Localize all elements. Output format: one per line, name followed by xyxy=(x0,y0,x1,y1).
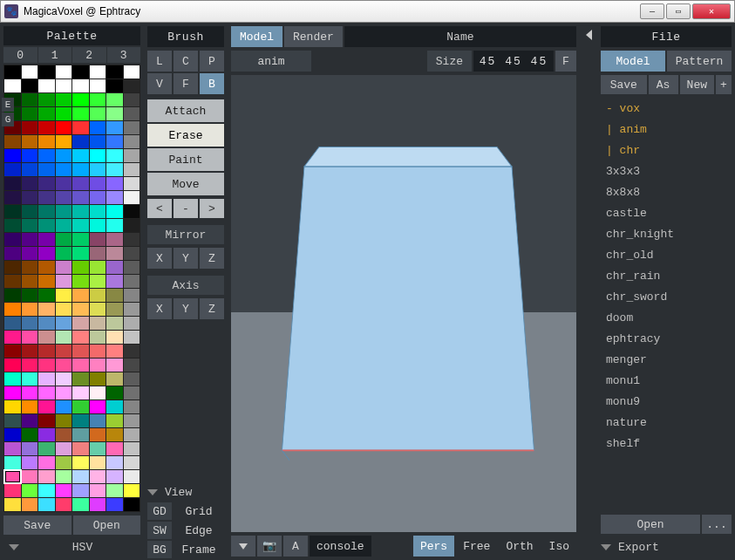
swatch[interactable] xyxy=(90,303,106,316)
file-item[interactable]: menger xyxy=(601,349,732,370)
swatch[interactable] xyxy=(56,65,72,79)
swatch[interactable] xyxy=(72,331,89,344)
brush-L[interactable]: L xyxy=(147,51,172,72)
swatch[interactable] xyxy=(22,345,38,358)
swatch[interactable] xyxy=(22,93,38,106)
close-button[interactable]: ✕ xyxy=(692,3,731,19)
file-item[interactable]: doom xyxy=(601,307,732,328)
file-item[interactable]: | chr xyxy=(601,140,732,160)
swatch[interactable] xyxy=(38,247,55,260)
swatch[interactable] xyxy=(38,414,55,427)
fit-button[interactable]: F xyxy=(555,51,576,72)
view-toggle[interactable]: View xyxy=(147,483,224,501)
swatch[interactable] xyxy=(38,107,55,120)
swatch[interactable] xyxy=(90,135,106,148)
swatch[interactable] xyxy=(72,414,89,427)
tool-attach[interactable]: Attach xyxy=(147,99,224,122)
swatch[interactable] xyxy=(72,79,89,92)
swatch[interactable] xyxy=(4,345,21,358)
swatch[interactable] xyxy=(56,79,72,92)
swatch[interactable] xyxy=(22,303,38,316)
file-item[interactable]: 8x8x8 xyxy=(601,181,732,202)
swatch[interactable] xyxy=(72,93,89,106)
swatch[interactable] xyxy=(72,345,89,358)
swatch[interactable] xyxy=(124,400,140,413)
swatch[interactable] xyxy=(124,261,140,274)
file-item[interactable]: castle xyxy=(601,202,732,223)
file-item[interactable]: ephtracy xyxy=(601,328,732,349)
camera-button[interactable]: 📷 xyxy=(257,536,282,557)
swatch[interactable] xyxy=(38,177,55,190)
swatch[interactable] xyxy=(4,414,21,427)
swatch[interactable] xyxy=(90,177,106,190)
swatch[interactable] xyxy=(90,233,106,246)
swatch[interactable] xyxy=(124,470,140,483)
swatch[interactable] xyxy=(124,289,140,302)
tool-move[interactable]: Move xyxy=(147,173,224,195)
tool-erase[interactable]: Erase xyxy=(147,124,224,147)
swatch[interactable] xyxy=(72,275,89,288)
swatch[interactable] xyxy=(56,331,72,344)
swatch[interactable] xyxy=(38,135,55,148)
swatch[interactable] xyxy=(90,65,106,79)
file-new-button[interactable]: New xyxy=(680,75,714,94)
swatch[interactable] xyxy=(90,331,106,344)
file-item[interactable]: chr_sword xyxy=(601,286,732,307)
swatch[interactable] xyxy=(72,261,89,274)
swatch[interactable] xyxy=(72,135,89,148)
swatch[interactable] xyxy=(22,121,38,134)
swatch[interactable] xyxy=(106,107,123,120)
tab-render[interactable]: Render xyxy=(284,26,343,47)
swatch[interactable] xyxy=(38,484,55,497)
swatch[interactable] xyxy=(90,372,106,386)
swatch[interactable] xyxy=(56,484,72,497)
palette-side-G[interactable]: G xyxy=(2,113,14,126)
swatch[interactable] xyxy=(56,135,72,148)
swatch[interactable] xyxy=(38,317,55,330)
swatch[interactable] xyxy=(22,498,38,511)
file-save-button[interactable]: Save xyxy=(601,75,647,94)
maximize-button[interactable]: ▭ xyxy=(666,3,691,19)
swatch[interactable] xyxy=(72,484,89,497)
swatch[interactable] xyxy=(56,303,72,316)
swatch[interactable] xyxy=(106,428,123,441)
swatch[interactable] xyxy=(106,456,123,469)
palette-save-button[interactable]: Save xyxy=(3,516,71,535)
swatch[interactable] xyxy=(106,414,123,427)
swatch[interactable] xyxy=(22,442,38,455)
swatch[interactable] xyxy=(124,93,140,106)
swatch[interactable] xyxy=(38,331,55,344)
swatch[interactable] xyxy=(4,442,21,455)
swatch[interactable] xyxy=(124,149,140,162)
swatch[interactable] xyxy=(56,149,72,162)
swatch[interactable] xyxy=(124,205,140,218)
swatch[interactable] xyxy=(124,233,140,246)
swatch[interactable] xyxy=(4,191,21,204)
swatch[interactable] xyxy=(22,107,38,120)
swatch[interactable] xyxy=(106,93,123,106)
file-item[interactable]: - vox xyxy=(601,98,732,119)
swatch[interactable] xyxy=(124,345,140,358)
file-item[interactable]: | anim xyxy=(601,119,732,140)
console-button[interactable]: console xyxy=(310,536,371,557)
swatch[interactable] xyxy=(106,79,123,92)
swatch[interactable] xyxy=(106,219,123,232)
swatch[interactable] xyxy=(90,261,106,274)
swatch[interactable] xyxy=(106,191,123,204)
swatch[interactable] xyxy=(124,386,140,400)
swatch[interactable] xyxy=(90,359,106,372)
swatch[interactable] xyxy=(56,205,72,218)
swatch[interactable] xyxy=(56,414,72,427)
swatch[interactable] xyxy=(90,442,106,455)
swatch[interactable] xyxy=(90,219,106,232)
swatch[interactable] xyxy=(124,275,140,288)
swatch[interactable] xyxy=(56,317,72,330)
swatch[interactable] xyxy=(90,428,106,441)
swatch[interactable] xyxy=(22,359,38,372)
file-item[interactable]: chr_knight xyxy=(601,223,732,244)
swatch[interactable] xyxy=(72,470,89,483)
swatch[interactable] xyxy=(56,372,72,386)
export-toggle[interactable]: Export xyxy=(601,537,732,557)
swatch[interactable] xyxy=(90,386,106,400)
swatch[interactable] xyxy=(4,163,21,176)
